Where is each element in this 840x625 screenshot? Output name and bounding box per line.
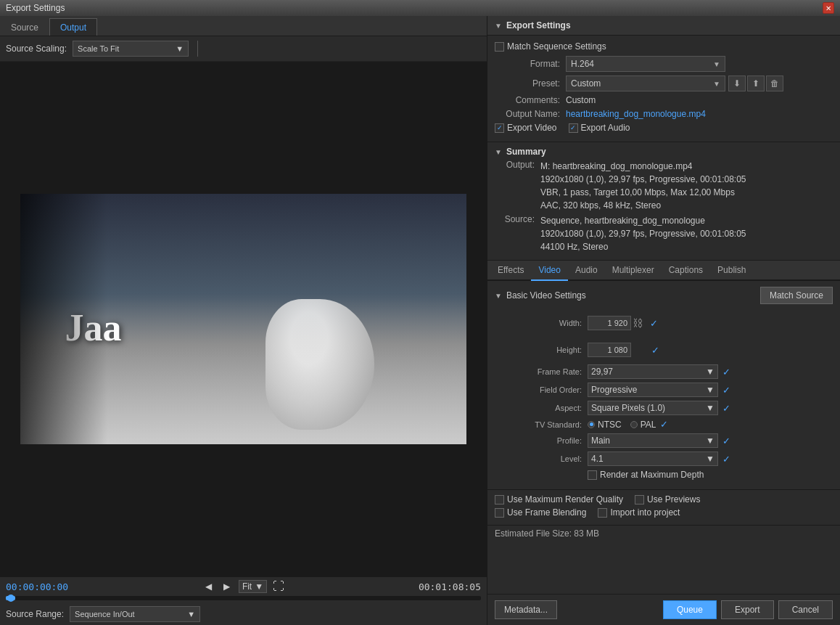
aspect-check: ✓ [722, 403, 730, 414]
level-label: Level: [495, 454, 582, 463]
source-scaling-row: Source Scaling: Scale To Fit ▼ [0, 36, 487, 62]
match-sequence-row: Match Sequence Settings [495, 41, 833, 52]
source-range-select[interactable]: Sequence In/Out ▼ [70, 606, 200, 622]
progress-handle[interactable] [7, 595, 15, 602]
export-audio-check[interactable]: Export Audio [569, 123, 630, 133]
width-input[interactable] [588, 316, 631, 330]
ntsc-radio[interactable]: NTSC [588, 420, 622, 430]
summary-output-label: Output: [495, 160, 535, 212]
summary-header: ▼ Summary [495, 147, 833, 157]
tab-multiplexer[interactable]: Multiplexer [605, 261, 662, 281]
import-into-project-checkbox[interactable] [598, 508, 607, 518]
frame-rate-dropdown[interactable]: 29,97 ▼ [588, 364, 718, 379]
fit-select[interactable]: Fit ▼ [239, 580, 267, 593]
output-name-value[interactable]: heartbreaking_dog_monologue.mp4 [566, 109, 706, 119]
use-previews-option[interactable]: Use Previews [635, 494, 700, 505]
summary-output-row: Output: M: heartbreaking_dog_monologue.m… [495, 160, 833, 212]
summary-source-value: Sequence, heartbreaking_dog_monologue 19… [540, 214, 746, 253]
level-row: Level: 4.1 ▼ ✓ [495, 452, 833, 466]
link-icon: ⛓ [633, 318, 643, 328]
window-title: Export Settings [6, 3, 65, 13]
chevron-down-icon: ▼ [176, 44, 184, 53]
chevron-down-icon-preset: ▼ [713, 80, 720, 88]
frame-rate-check: ✓ [722, 367, 730, 377]
field-order-label: Field Order: [495, 385, 582, 394]
options-row-2: Use Frame Blending Import into project [495, 507, 833, 518]
chevron-down-icon-fr: ▼ [706, 367, 715, 377]
right-panel: ▼ Export Settings Match Sequence Setting… [487, 16, 840, 625]
video-preview: Jaa [0, 62, 487, 576]
render-max-checkbox[interactable] [588, 470, 597, 480]
aspect-dropdown[interactable]: Square Pixels (1.0) ▼ [588, 401, 718, 415]
chevron-down-icon-aspect: ▼ [706, 403, 715, 413]
tv-standard-check: ✓ [660, 419, 668, 430]
prev-frame-button[interactable]: ◀ [202, 580, 215, 593]
delete-preset-button[interactable]: 🗑 [766, 75, 783, 91]
summary-source-label: Source: [495, 214, 535, 253]
field-order-dropdown[interactable]: Progressive ▼ [588, 383, 718, 397]
export-audio-checkbox[interactable] [569, 123, 578, 133]
summary-source-row: Source: Sequence, heartbreaking_dog_mono… [495, 214, 833, 253]
preset-dropdown[interactable]: Custom ▼ [566, 75, 725, 91]
tab-effects[interactable]: Effects [490, 261, 531, 281]
tab-publish[interactable]: Publish [710, 261, 753, 281]
profile-dropdown[interactable]: Main ▼ [588, 433, 718, 448]
cancel-button[interactable]: Cancel [778, 600, 833, 619]
source-scaling-select[interactable]: Scale To Fit ▼ [73, 41, 189, 57]
dog-silhouette [265, 299, 374, 430]
match-source-button[interactable]: Match Source [760, 287, 833, 304]
export-video-checkbox[interactable] [495, 123, 504, 133]
match-sequence-checkbox[interactable] [495, 42, 504, 52]
progress-bar[interactable] [6, 596, 481, 600]
max-render-quality-option[interactable]: Use Maximum Render Quality [495, 494, 623, 505]
close-button[interactable]: ✕ [823, 2, 834, 14]
height-label: Height: [495, 346, 582, 354]
metadata-button[interactable]: Metadata... [495, 600, 557, 619]
frame-rate-label: Frame Rate: [495, 367, 582, 376]
export-settings-title: Export Settings [506, 20, 571, 30]
height-input[interactable] [588, 343, 631, 357]
chevron-down-icon-fit: ▼ [255, 581, 263, 592]
tv-standard-radio-group: NTSC PAL [588, 420, 656, 430]
next-frame-button[interactable]: ▶ [221, 580, 233, 593]
main-container: Source Output Source Scaling: Scale To F… [0, 16, 840, 625]
chevron-down-icon-fo: ▼ [706, 385, 715, 395]
width-row: Width: ⛓ ✓ [495, 310, 833, 336]
estimated-file-size: Estimated File Size: 83 MB [487, 525, 840, 542]
pal-radio[interactable]: PAL [630, 420, 656, 430]
summary-output-value: M: heartbreaking_dog_monologue.mp4 1920x… [540, 160, 746, 212]
import-into-project-option[interactable]: Import into project [598, 507, 680, 518]
import-preset-button[interactable]: ⬆ [747, 75, 765, 91]
tab-output[interactable]: Output [49, 18, 97, 36]
controls-center: ◀ ▶ Fit ▼ ⛶ [202, 580, 284, 593]
format-dropdown[interactable]: H.264 ▼ [566, 56, 725, 72]
queue-button[interactable]: Queue [663, 600, 717, 619]
timecode-end: 00:01:08:05 [419, 581, 481, 592]
field-order-row: Field Order: Progressive ▼ ✓ [495, 383, 833, 397]
tv-standard-row: TV Standard: NTSC PAL ✓ [495, 419, 833, 430]
frame-blending-checkbox[interactable] [495, 508, 504, 518]
export-video-check[interactable]: Export Video [495, 123, 557, 133]
full-screen-icon[interactable]: ⛶ [273, 580, 284, 593]
tab-video[interactable]: Video [531, 261, 567, 281]
basic-video-header: ▼ Basic Video Settings Match Source [495, 287, 833, 304]
basic-video-title: Basic Video Settings [506, 290, 586, 301]
chevron-down-icon-format: ▼ [713, 60, 720, 68]
comments-label: Comments: [495, 95, 560, 105]
save-preset-button[interactable]: ⬇ [728, 75, 746, 91]
bottom-options: Use Maximum Render Quality Use Previews … [487, 489, 840, 525]
frame-blending-option[interactable]: Use Frame Blending [495, 507, 586, 518]
shadow-left [20, 194, 107, 444]
tab-captions[interactable]: Captions [662, 261, 710, 281]
max-render-quality-checkbox[interactable] [495, 495, 504, 505]
use-previews-checkbox[interactable] [635, 495, 644, 505]
level-check: ✓ [722, 454, 730, 465]
export-button[interactable]: Export [721, 600, 774, 619]
height-check: ✓ [651, 345, 659, 356]
source-range-row: Source Range: Sequence In/Out ▼ [6, 603, 481, 622]
left-panel: Source Output Source Scaling: Scale To F… [0, 16, 487, 625]
level-dropdown[interactable]: 4.1 ▼ [588, 452, 718, 466]
output-name-row: Output Name: heartbreaking_dog_monologue… [495, 109, 833, 119]
tab-source[interactable]: Source [0, 18, 49, 36]
tab-audio[interactable]: Audio [568, 261, 605, 281]
